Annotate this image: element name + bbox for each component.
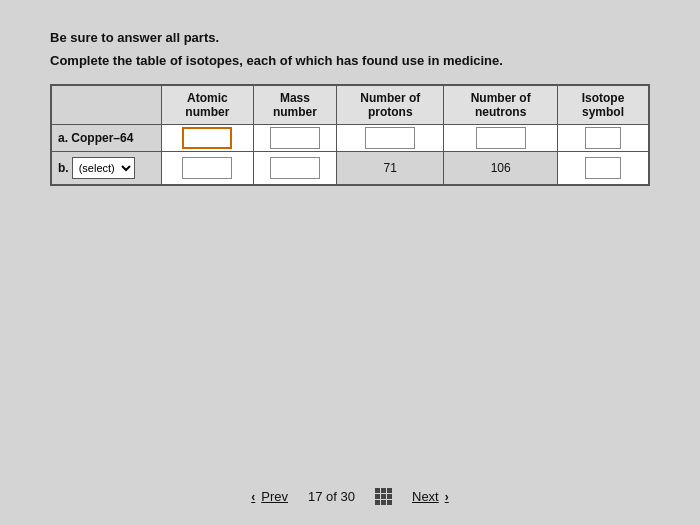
- row-b-isotope-symbol-cell: [558, 152, 649, 185]
- row-a-num-protons-input[interactable]: [365, 127, 415, 149]
- row-a-isotope-symbol-cell: [558, 125, 649, 152]
- grid-dot: [381, 494, 386, 499]
- grid-icon[interactable]: [375, 488, 392, 505]
- table-row: b. (select) 71: [52, 152, 649, 185]
- grid-dot: [381, 488, 386, 493]
- row-b-num-neutrons-cell: 106: [444, 152, 558, 185]
- header-num-neutrons: Number of neutrons: [444, 86, 558, 125]
- row-a-label: a. Copper–64: [52, 125, 162, 152]
- row-b-num-protons-value: 71: [384, 161, 397, 175]
- isotope-table: Atomic number Mass number Number of prot…: [51, 85, 649, 185]
- next-button[interactable]: Next ›: [412, 489, 449, 504]
- prev-chevron-icon: ‹: [251, 490, 255, 504]
- row-a-num-neutrons-cell: [444, 125, 558, 152]
- table-header-row: Atomic number Mass number Number of prot…: [52, 86, 649, 125]
- question-text: Complete the table of isotopes, each of …: [50, 53, 650, 68]
- grid-dot: [387, 500, 392, 505]
- next-label[interactable]: Next: [412, 489, 439, 504]
- row-a-atomic-number-cell: [162, 125, 254, 152]
- prev-button[interactable]: ‹ Prev: [251, 489, 288, 504]
- header-empty: [52, 86, 162, 125]
- grid-dot: [375, 500, 380, 505]
- header-num-protons: Number of protons: [337, 86, 444, 125]
- row-b-num-neutrons-value: 106: [491, 161, 511, 175]
- grid-dot: [375, 488, 380, 493]
- row-a-num-neutrons-input[interactable]: [476, 127, 526, 149]
- row-a-isotope-symbol-input[interactable]: [585, 127, 621, 149]
- row-b-num-protons-cell: 71: [337, 152, 444, 185]
- row-b-atomic-number-input[interactable]: [182, 157, 232, 179]
- row-b-mass-number-cell: [253, 152, 336, 185]
- next-chevron-icon: ›: [445, 490, 449, 504]
- row-b-mass-number-input[interactable]: [270, 157, 320, 179]
- grid-dot: [387, 494, 392, 499]
- row-b-prefix: b.: [58, 161, 69, 175]
- row-b-label-wrapper: b. (select): [58, 157, 155, 179]
- header-atomic-number: Atomic number: [162, 86, 254, 125]
- header-isotope-symbol: Isotope symbol: [558, 86, 649, 125]
- row-b-atomic-number-cell: [162, 152, 254, 185]
- row-a-num-protons-cell: [337, 125, 444, 152]
- grid-dot: [375, 494, 380, 499]
- prev-label[interactable]: Prev: [261, 489, 288, 504]
- footer: ‹ Prev 17 of 30 Next ›: [0, 488, 700, 505]
- row-a-mass-number-input[interactable]: [270, 127, 320, 149]
- grid-dot: [387, 488, 392, 493]
- row-a-atomic-number-input[interactable]: [182, 127, 232, 149]
- row-a-mass-number-cell: [253, 125, 336, 152]
- instruction-bold: Be sure to answer all parts.: [50, 30, 650, 45]
- row-b-isotope-symbol-input[interactable]: [585, 157, 621, 179]
- header-mass-number: Mass number: [253, 86, 336, 125]
- page-info: 17 of 30: [308, 489, 355, 504]
- isotope-table-wrapper: Atomic number Mass number Number of prot…: [50, 84, 650, 186]
- row-b-label: b. (select): [52, 152, 162, 185]
- table-row: a. Copper–64: [52, 125, 649, 152]
- row-b-element-select[interactable]: (select): [72, 157, 135, 179]
- page-container: Be sure to answer all parts. Complete th…: [0, 0, 700, 525]
- grid-dot: [381, 500, 386, 505]
